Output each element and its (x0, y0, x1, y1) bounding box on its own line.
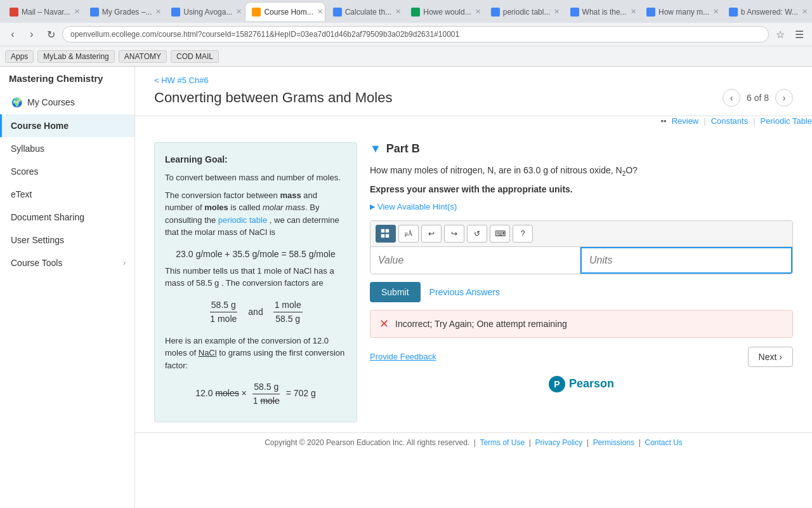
tab-close-howe[interactable]: ✕ (475, 8, 481, 16)
tab-favicon-calc (333, 8, 342, 17)
fraction-1-den: 1 mole (209, 312, 238, 326)
sidebar-item-document-sharing[interactable]: Document Sharing (0, 206, 134, 229)
sidebar-label-etext: eText (11, 189, 126, 199)
bookmark-button[interactable]: ☆ (773, 27, 788, 42)
tab-grades[interactable]: My Grades –... ✕ (83, 2, 164, 21)
undo-button[interactable]: ↩ (421, 225, 442, 243)
previous-answers-button[interactable]: Previous Answers (429, 287, 500, 297)
learning-goal-title: Learning Goal: (165, 153, 346, 166)
next-button[interactable]: Next › (748, 347, 793, 367)
mylab-button[interactable]: MyLab & Mastering (37, 50, 114, 63)
error-text: Incorrect; Try Again; One attempt remain… (395, 319, 567, 329)
question-text: How many moles of nitrogen, N, are in 63… (370, 163, 793, 179)
breadcrumb-link[interactable]: < HW #5 Ch#6 (154, 76, 209, 85)
forward-button[interactable]: › (24, 27, 39, 42)
tab-favicon-avoga (171, 8, 180, 17)
sidebar-label-scores: Scores (11, 166, 126, 177)
sidebar-item-etext[interactable]: eText (0, 183, 134, 206)
fraction-3: 58.5 g 1 mole (252, 380, 281, 408)
hint-toggle[interactable]: ▶ View Available Hint(s) (370, 202, 793, 211)
next-page-button[interactable]: › (775, 89, 793, 107)
sidebar-item-scores[interactable]: Scores (0, 160, 134, 183)
collapse-triangle[interactable]: ▼ (370, 142, 381, 156)
tab-close-periodic[interactable]: ✕ (554, 8, 560, 16)
sidebar-item-course-tools[interactable]: Course Tools › (0, 251, 134, 274)
reset-button[interactable]: ↺ (467, 225, 487, 243)
sidebar-item-course-home[interactable]: Course Home (0, 114, 134, 137)
menu-button[interactable]: ☰ (792, 27, 807, 42)
tab-favicon-periodic (491, 8, 500, 17)
fraction-3-den: 1 mole (252, 394, 281, 408)
permissions-link[interactable]: Permissions (593, 438, 634, 447)
tab-close-avoga[interactable]: ✕ (236, 8, 242, 16)
tab-close-course[interactable]: ✕ (317, 8, 323, 16)
tab-avoga[interactable]: Using Avoga... ✕ (164, 2, 244, 21)
tab-close-howmany[interactable]: ✕ (713, 8, 719, 16)
breadcrumb: < HW #5 Ch#6 (135, 67, 812, 89)
codmail-button[interactable]: COD MAIL (171, 50, 219, 63)
tab-periodic[interactable]: periodic tabl... ✕ (484, 2, 563, 21)
express-text: Express your answer with the appropriate… (370, 184, 793, 194)
matrix-tool-button[interactable] (376, 225, 396, 243)
tab-mail[interactable]: Mail – Navar... ✕ (3, 2, 82, 21)
help-button[interactable]: ? (513, 225, 533, 243)
anatomy-button[interactable]: ANATOMY (119, 50, 167, 63)
provide-feedback-link[interactable]: Provide Feedback (370, 352, 436, 361)
tab-howmany[interactable]: How many m... ✕ (639, 2, 721, 21)
url-text: openvellum.ecollege.com/course.html?cour… (70, 30, 459, 39)
next-arrow-icon: › (779, 352, 782, 362)
tab-close-answered[interactable]: ✕ (802, 8, 808, 16)
pearson-logo: P Pearson (549, 376, 614, 392)
pearson-label: Pearson (569, 377, 614, 391)
tab-close-what[interactable]: ✕ (631, 8, 636, 16)
apps-button[interactable]: Apps (5, 50, 34, 63)
chevron-right-icon: › (123, 258, 126, 267)
tab-close-grades[interactable]: ✕ (155, 8, 161, 16)
keyboard-button[interactable]: ⌨ (490, 225, 510, 243)
fraction-1: 58.5 g 1 mole (209, 298, 238, 326)
back-button[interactable]: ‹ (5, 27, 20, 42)
tab-howe[interactable]: Howe would... ✕ (404, 2, 483, 21)
pagination: ‹ 6 of 8 › (723, 89, 793, 107)
tab-favicon-answered (729, 8, 738, 17)
tab-close-mail[interactable]: ✕ (74, 8, 80, 16)
redo-button[interactable]: ↪ (444, 225, 464, 243)
fraction-2-den: 58.5 g (274, 312, 301, 326)
fraction-2-num: 1 mole (273, 298, 303, 312)
tab-course[interactable]: Course Hom... ✕ (245, 2, 325, 21)
separator-2: | (753, 116, 755, 126)
learning-panel: Learning Goal: To convert between mass a… (154, 142, 357, 422)
url-bar[interactable]: openvellum.ecollege.com/course.html?cour… (62, 26, 769, 43)
review-link[interactable]: Review (672, 116, 699, 126)
sidebar-item-syllabus[interactable]: Syllabus (0, 137, 134, 160)
separator-1: | (704, 116, 705, 126)
tab-calc[interactable]: Calculate th... ✕ (326, 2, 404, 21)
tab-answered[interactable]: b Answered: W... ✕ (722, 2, 809, 21)
tab-favicon-grades (90, 8, 99, 17)
value-input[interactable] (370, 247, 580, 274)
tab-favicon-howe (411, 8, 420, 17)
tab-close-calc[interactable]: ✕ (395, 8, 401, 16)
tab-label-howmany: How many m... (658, 8, 709, 17)
sidebar-item-my-courses[interactable]: 🌍 My Courses (0, 90, 134, 114)
reload-button[interactable]: ↻ (43, 27, 58, 42)
constants-link[interactable]: Constants (711, 116, 749, 126)
privacy-link[interactable]: Privacy Policy (535, 438, 583, 447)
periodic-table-link[interactable]: Periodic Table (761, 116, 812, 126)
submit-button[interactable]: Submit (370, 282, 421, 302)
units-input[interactable] (580, 247, 792, 274)
units-tool-button[interactable]: μÅ (398, 225, 419, 243)
browser-chrome: Mail – Navar... ✕ My Grades –... ✕ Using… (0, 0, 812, 67)
tab-bar: Mail – Navar... ✕ My Grades –... ✕ Using… (0, 0, 812, 23)
review-icon: ▪▪ (660, 116, 666, 126)
prev-page-button[interactable]: ‹ (723, 89, 740, 107)
part-label: Part B (386, 142, 420, 156)
part-header: ▼ Part B (370, 142, 793, 156)
sidebar-item-user-settings[interactable]: User Settings (0, 229, 134, 251)
tab-label-course: Course Hom... (264, 8, 313, 17)
address-bar: ‹ › ↻ openvellum.ecollege.com/course.htm… (0, 23, 812, 46)
terms-link[interactable]: Terms of Use (480, 438, 525, 447)
tab-what[interactable]: What is the... ✕ (563, 2, 639, 21)
contact-link[interactable]: Contact Us (645, 438, 683, 447)
periodic-table-inline-link[interactable]: periodic table (218, 215, 267, 225)
